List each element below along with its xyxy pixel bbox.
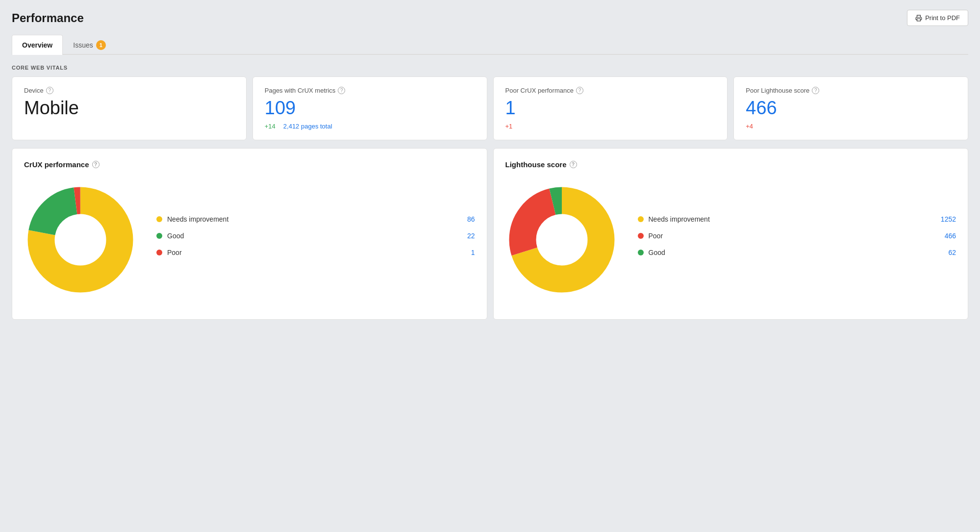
lh-legend-item-needs-improvement: Needs improvement 1252 [638, 215, 956, 223]
legend-item-good: Good 22 [156, 232, 475, 240]
legend-item-poor: Poor 1 [156, 249, 475, 256]
poor-crux-help-icon[interactable]: ? [576, 87, 583, 94]
svg-point-4 [56, 215, 105, 264]
poor-lighthouse-change: +4 [746, 123, 753, 130]
tab-overview[interactable]: Overview [12, 35, 63, 55]
poor-crux-sub: +1 [505, 123, 716, 130]
pages-crux-sub: +14 2,412 pages total [265, 123, 475, 130]
metrics-cards: Device ? Mobile Pages with CrUX metrics … [12, 76, 968, 140]
legend-value-good: 22 [451, 232, 475, 240]
legend-value-poor: 1 [451, 249, 475, 256]
lh-legend-value-poor: 466 [931, 232, 956, 240]
legend-label-poor: Poor [167, 249, 451, 256]
lighthouse-chart-content: Needs improvement 1252 Poor 466 Good 62 [505, 178, 956, 307]
lh-legend-label-poor: Poor [649, 232, 932, 240]
lh-legend-label-good: Good [649, 249, 932, 256]
section-label: CORE WEB VITALS [12, 65, 968, 71]
tab-issues[interactable]: Issues 1 [63, 35, 116, 55]
tabs-row: Overview Issues 1 [12, 34, 968, 55]
poor-crux-card: Poor CrUX performance ? 1 +1 [493, 76, 728, 140]
legend-value-needs-improvement: 86 [451, 215, 475, 223]
lighthouse-donut [505, 183, 618, 298]
lh-legend-dot-good [638, 250, 644, 255]
crux-chart-help-icon[interactable]: ? [92, 161, 100, 168]
page-title: Performance [12, 11, 84, 25]
poor-crux-change: +1 [505, 123, 513, 130]
legend-item-needs-improvement: Needs improvement 86 [156, 215, 475, 223]
legend-dot-needs-improvement [156, 216, 162, 222]
issues-badge: 1 [96, 40, 106, 50]
legend-label-needs-improvement: Needs improvement [167, 215, 451, 223]
poor-lighthouse-card: Poor Lighthouse score ? 466 +4 [733, 76, 968, 140]
tab-issues-label: Issues [73, 41, 93, 49]
device-help-icon[interactable]: ? [46, 87, 53, 94]
crux-donut [24, 183, 137, 298]
device-value: Mobile [24, 98, 234, 119]
legend-label-good: Good [167, 232, 451, 240]
legend-dot-poor [156, 250, 162, 255]
crux-chart-content: Needs improvement 86 Good 22 Poor 1 [24, 178, 475, 307]
lh-legend-label-needs-improvement: Needs improvement [649, 215, 932, 223]
lh-legend-value-needs-improvement: 1252 [931, 215, 956, 223]
print-icon [915, 15, 922, 22]
charts-row: CrUX performance ? [12, 148, 968, 320]
crux-chart-title: CrUX performance ? [24, 160, 475, 169]
pages-crux-card: Pages with CrUX metrics ? 109 +14 2,412 … [252, 76, 487, 140]
crux-legend: Needs improvement 86 Good 22 Poor 1 [156, 215, 475, 265]
tab-overview-label: Overview [22, 41, 52, 49]
svg-rect-0 [917, 19, 921, 21]
poor-lighthouse-label: Poor Lighthouse score ? [746, 87, 956, 94]
lighthouse-chart-card: Lighthouse score ? [493, 148, 969, 320]
device-card: Device ? Mobile [12, 76, 247, 140]
lighthouse-legend: Needs improvement 1252 Poor 466 Good 62 [638, 215, 956, 265]
poor-lighthouse-help-icon[interactable]: ? [812, 87, 819, 94]
legend-dot-good [156, 233, 162, 239]
poor-crux-label: Poor CrUX performance ? [505, 87, 716, 94]
crux-chart-card: CrUX performance ? [12, 148, 487, 320]
print-button[interactable]: Print to PDF [907, 10, 968, 26]
lighthouse-chart-title: Lighthouse score ? [505, 160, 956, 169]
lh-legend-dot-needs-improvement [638, 216, 644, 222]
print-button-label: Print to PDF [925, 14, 960, 22]
lh-legend-item-good: Good 62 [638, 249, 956, 256]
device-label: Device ? [24, 87, 234, 94]
lighthouse-chart-help-icon[interactable]: ? [570, 161, 577, 168]
poor-lighthouse-sub: +4 [746, 123, 956, 130]
pages-crux-total: 2,412 pages total [283, 123, 332, 130]
lh-legend-dot-poor [638, 233, 644, 239]
page-header: Performance Print to PDF [12, 10, 968, 26]
lh-legend-item-poor: Poor 466 [638, 232, 956, 240]
poor-lighthouse-value: 466 [746, 98, 956, 119]
lh-legend-value-good: 62 [931, 249, 956, 256]
pages-crux-label: Pages with CrUX metrics ? [265, 87, 475, 94]
pages-crux-value: 109 [265, 98, 475, 119]
pages-crux-change: +14 [265, 123, 276, 130]
poor-crux-value: 1 [505, 98, 716, 119]
pages-crux-help-icon[interactable]: ? [338, 87, 345, 94]
svg-point-8 [537, 215, 586, 264]
